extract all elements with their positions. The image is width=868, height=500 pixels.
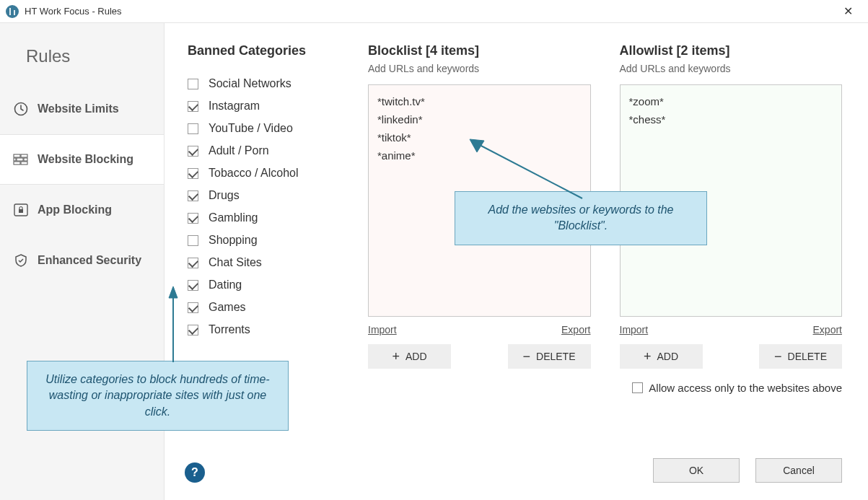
category-item[interactable]: Adult / Porn <box>188 140 339 162</box>
cancel-button[interactable]: Cancel <box>755 458 842 483</box>
category-label: Chat Sites <box>209 256 262 269</box>
checkbox[interactable] <box>188 168 198 179</box>
blocklist-export-link[interactable]: Export <box>561 324 590 335</box>
category-item[interactable]: Drugs <box>188 185 339 207</box>
sidebar-item-website-limits[interactable]: Website Limits <box>0 84 164 134</box>
blocklist-item[interactable]: *linkedin* <box>377 110 582 128</box>
svg-marker-11 <box>169 286 177 298</box>
checkbox[interactable] <box>188 213 198 224</box>
minus-icon: − <box>774 349 782 364</box>
checkbox[interactable] <box>188 123 198 134</box>
window-title: HT Work Focus - Rules <box>25 6 122 17</box>
allow-only-checkbox[interactable] <box>632 382 643 393</box>
category-label: Shopping <box>209 234 258 247</box>
sidebar-item-app-blocking[interactable]: App Blocking <box>0 185 164 235</box>
category-item[interactable]: Shopping <box>188 229 339 252</box>
allowlist-delete-button[interactable]: −DELETE <box>759 344 842 369</box>
close-button[interactable]: ✕ <box>833 1 862 22</box>
shield-icon <box>13 253 29 268</box>
category-label: Torrents <box>209 323 250 336</box>
category-item[interactable]: Tobacco / Alcohol <box>188 162 339 185</box>
help-button[interactable]: ? <box>185 462 205 483</box>
blocklist-title: Blocklist [4 items] <box>368 43 591 58</box>
blocklist-import-link[interactable]: Import <box>368 324 397 335</box>
category-label: Dating <box>209 278 242 291</box>
categories-title: Banned Categories <box>188 43 339 58</box>
plus-icon: + <box>392 349 400 364</box>
blocklist-add-button[interactable]: +ADD <box>368 344 451 369</box>
wall-icon <box>13 152 29 167</box>
titlebar: HT Work Focus - Rules ✕ <box>0 0 868 23</box>
sidebar-item-label: Website Limits <box>38 102 119 115</box>
category-label: Games <box>209 301 246 314</box>
svg-rect-3 <box>17 158 23 161</box>
checkbox[interactable] <box>188 302 198 313</box>
category-label: Adult / Porn <box>209 144 269 157</box>
svg-rect-9 <box>19 209 23 213</box>
allow-only-row[interactable]: Allow access only to the websites above <box>620 382 843 394</box>
ok-button[interactable]: OK <box>653 458 740 483</box>
arrow-icon <box>159 286 188 366</box>
sidebar-item-website-blocking[interactable]: Website Blocking <box>0 134 164 185</box>
svg-rect-2 <box>21 154 27 157</box>
lock-icon <box>13 202 29 218</box>
category-item[interactable]: YouTube / Video <box>188 118 339 140</box>
category-item[interactable]: Social Networks <box>188 73 339 95</box>
blocklist-subtitle: Add URLs and keywords <box>368 63 591 74</box>
allowlist-title: Allowlist [2 items] <box>620 43 843 58</box>
checkbox[interactable] <box>188 146 198 157</box>
category-label: Gambling <box>209 211 258 224</box>
arrow-icon <box>467 133 586 202</box>
categories-list: Social NetworksInstagramYouTube / VideoA… <box>188 73 339 341</box>
category-label: Tobacco / Alcohol <box>209 167 299 180</box>
allowlist-item[interactable]: *chess* <box>629 110 833 128</box>
checkbox[interactable] <box>188 280 198 291</box>
checkbox[interactable] <box>188 101 198 112</box>
category-label: YouTube / Video <box>209 122 293 135</box>
checkbox[interactable] <box>188 235 198 246</box>
svg-line-12 <box>477 144 582 198</box>
svg-rect-5 <box>24 158 27 161</box>
plus-icon: + <box>644 349 652 364</box>
sidebar-item-label: Enhanced Security <box>38 254 141 267</box>
sidebar-item-label: Website Blocking <box>38 153 133 166</box>
checkbox[interactable] <box>188 190 198 201</box>
category-item[interactable]: Games <box>188 297 339 319</box>
blocklist-item[interactable]: *twitch.tv* <box>377 92 582 110</box>
category-item[interactable]: Dating <box>188 274 339 297</box>
category-item[interactable]: Torrents <box>188 319 339 341</box>
category-item[interactable]: Instagram <box>188 95 339 118</box>
sidebar-item-label: App Blocking <box>38 203 112 216</box>
allowlist-item[interactable]: *zoom* <box>629 92 833 110</box>
category-item[interactable]: Chat Sites <box>188 252 339 274</box>
blocklist-delete-button[interactable]: −DELETE <box>508 344 591 369</box>
banned-categories-column: Banned Categories Social NetworksInstagr… <box>188 43 339 394</box>
allowlist-export-link[interactable]: Export <box>813 324 842 335</box>
category-label: Drugs <box>209 189 240 202</box>
sidebar-item-enhanced-security[interactable]: Enhanced Security <box>0 235 164 286</box>
allowlist-import-link[interactable]: Import <box>620 324 649 335</box>
svg-rect-6 <box>14 162 20 165</box>
category-item[interactable]: Gambling <box>188 207 339 229</box>
sidebar-heading: Rules <box>0 38 164 84</box>
checkbox[interactable] <box>188 325 198 335</box>
allow-only-label: Allow access only to the websites above <box>649 382 842 394</box>
checkbox[interactable] <box>188 258 198 268</box>
svg-rect-1 <box>14 154 20 157</box>
app-icon <box>6 5 19 18</box>
callout-categories: Utilize categories to block hundreds of … <box>27 361 289 431</box>
minus-icon: − <box>523 349 531 364</box>
allowlist-subtitle: Add URLs and keywords <box>620 63 843 74</box>
svg-rect-4 <box>14 158 16 161</box>
category-label: Social Networks <box>209 77 291 90</box>
allowlist-add-button[interactable]: +ADD <box>620 344 703 369</box>
checkbox[interactable] <box>188 79 198 89</box>
category-label: Instagram <box>209 100 260 113</box>
svg-rect-7 <box>21 162 27 165</box>
clock-icon <box>13 101 29 117</box>
